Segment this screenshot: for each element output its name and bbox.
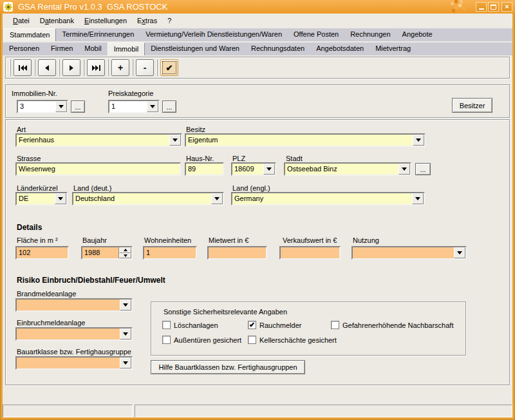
minimize-button[interactable] (476, 2, 487, 12)
laenderkuerzel-combobox[interactable]: DE (15, 192, 68, 205)
tab-vermietung-verleih[interactable]: Vermietung/Verleih Dienstleistungen/Ware… (140, 28, 288, 41)
besitz-dropdown-button[interactable] (413, 135, 424, 146)
besitz-combobox[interactable]: Eigentum (185, 133, 426, 147)
nav-previous-button[interactable] (38, 59, 56, 76)
tab-personen[interactable]: Personen (3, 43, 45, 55)
maximize-icon (491, 5, 496, 10)
tab-rechnungen[interactable]: Rechnungen (344, 28, 396, 41)
plz-combobox[interactable]: 18609 (231, 162, 276, 176)
tab-mobil[interactable]: Mobil (79, 43, 107, 55)
nutzung-combobox[interactable] (351, 246, 467, 260)
menu-datenbank[interactable]: Datenbank (35, 15, 79, 26)
tab-mietvertrag[interactable]: Mietvertrag (370, 43, 417, 55)
stadt-browse-button[interactable]: ... (415, 163, 431, 175)
menu-help[interactable]: ? (162, 15, 176, 26)
stadt-dropdown-button[interactable] (398, 164, 410, 175)
tab-firmen[interactable]: Firmen (45, 43, 79, 55)
checkbox-label[interactable]: Außentüren gesichert (171, 336, 241, 344)
immobilien-nr-browse-button[interactable]: ... (71, 100, 85, 113)
primary-tabstrip: Stammdaten Termine/Errinnerungen Vermiet… (3, 28, 512, 41)
flaeche-label: Fläche in m ² (17, 236, 58, 244)
tab-stammdaten[interactable]: Stammdaten (3, 28, 56, 41)
close-icon: × (505, 3, 509, 10)
art-combobox[interactable]: Ferienhaus (15, 133, 182, 147)
immobilien-nr-dropdown-button[interactable] (55, 101, 67, 112)
nav-next-button[interactable] (62, 59, 80, 76)
menu-einstellungen[interactable]: Einstellungen (79, 15, 132, 26)
checkbox-box[interactable] (331, 321, 339, 329)
wohneinheiten-input[interactable]: 1 (143, 246, 197, 260)
checkbox-box[interactable] (162, 321, 171, 329)
menu-extras[interactable]: Extras (132, 15, 162, 26)
spin-up-button[interactable] (119, 247, 131, 253)
mietwert-input[interactable] (207, 246, 267, 260)
chevron-down-icon (402, 167, 407, 171)
nav-last-button[interactable] (87, 59, 105, 76)
laenderkuerzel-dropdown-button[interactable] (55, 193, 66, 204)
add-record-button[interactable]: + (111, 59, 129, 76)
chevron-down-icon (124, 254, 127, 257)
verkaufswert-input[interactable] (279, 246, 341, 260)
bauartklasse-dropdown-button[interactable] (120, 358, 131, 368)
minus-icon: - (144, 62, 147, 73)
preiskategorie-browse-button[interactable]: ... (162, 100, 176, 113)
checkbox-box[interactable]: ✔ (248, 321, 256, 329)
window-controls: × (474, 2, 512, 12)
app-icon[interactable] (3, 2, 13, 12)
checkbox-aussentueren-gesichert[interactable]: Außentüren gesichert (162, 336, 241, 344)
delete-record-button[interactable]: - (136, 59, 154, 76)
einbruchmeldeanlage-label: Einbruchmeldeanlage (17, 319, 85, 327)
strasse-input[interactable]: Wiesenweg (15, 162, 181, 176)
tab-dienstleistungen-waren[interactable]: Dienstleistungen und Waren (145, 43, 245, 55)
einbruchmeldeanlage-combobox[interactable] (15, 327, 133, 341)
einbruchmeldeanlage-dropdown-button[interactable] (120, 329, 131, 339)
tab-offene-posten[interactable]: Offene Posten (288, 28, 344, 41)
tab-angebotsdaten[interactable]: Angebotsdaten (310, 43, 370, 55)
checkbox-label[interactable]: Gefahrenerhöhende Nachbarschaft (339, 321, 453, 329)
menu-datei[interactable]: Datei (8, 15, 35, 26)
checkbox-label[interactable]: Kellerschächte gesichert (256, 336, 337, 344)
tab-rechnungsdaten[interactable]: Rechnungsdaten (245, 43, 310, 55)
stadt-combobox[interactable]: Ostseebad Binz (284, 162, 411, 176)
checkbox-loeschanlagen[interactable]: Löschanlagen (162, 321, 218, 329)
close-button[interactable]: × (501, 2, 512, 12)
land-deut-combobox[interactable]: Deutschland (72, 192, 224, 205)
wohneinheiten-value: 1 (144, 247, 196, 258)
checkbox-kellerschaechte-gesichert[interactable]: Kellerschächte gesichert (248, 336, 337, 344)
spin-down-button[interactable] (119, 253, 131, 259)
baujahr-input[interactable]: 1988 (81, 246, 133, 260)
nutzung-dropdown-button[interactable] (454, 247, 465, 258)
checkbox-label[interactable]: Rauchmelder (256, 321, 301, 329)
plz-dropdown-button[interactable] (263, 164, 275, 175)
checkbox-box[interactable] (248, 336, 256, 344)
besitzer-button[interactable]: Besitzer (452, 98, 492, 113)
checkbox-gefahrenerhoehende-nachbarschaft[interactable]: Gefahrenerhöhende Nachbarschaft (331, 321, 453, 329)
confirm-record-button[interactable]: ✔ (160, 59, 178, 76)
land-deut-dropdown-button[interactable] (211, 193, 223, 204)
chevron-down-icon (123, 332, 128, 336)
brandmeldeanlage-combobox[interactable] (15, 298, 133, 312)
haus-nr-input[interactable]: 89 (185, 162, 224, 176)
maximize-button[interactable] (488, 2, 499, 12)
checkbox-box[interactable] (162, 336, 171, 344)
land-engl-combobox[interactable]: Germany (231, 192, 425, 205)
chevron-down-icon (123, 303, 128, 307)
tab-angebote[interactable]: Angebote (397, 28, 438, 41)
preiskategorie-dropdown-button[interactable] (147, 101, 158, 112)
art-dropdown-button[interactable] (169, 135, 181, 146)
bauartklasse-combobox[interactable] (15, 356, 133, 370)
risiko-heading: Risiko Einbruch/Diebstahl/Feuer/Umwelt (17, 276, 165, 285)
hilfe-bauartklassen-button[interactable]: Hilfe Bauartklassen bzw. Fertighausgrupp… (151, 360, 305, 374)
preiskategorie-combobox[interactable]: 1 (108, 100, 160, 113)
nav-first-button[interactable] (14, 59, 32, 76)
immobilien-nr-combobox[interactable]: 3 (17, 100, 68, 113)
toolbar-grip (59, 59, 60, 76)
flaeche-input[interactable]: 102 (15, 246, 69, 260)
tab-immobil[interactable]: Immobil (108, 43, 145, 55)
chevron-down-icon (457, 251, 462, 254)
land-engl-dropdown-button[interactable] (412, 193, 424, 204)
checkbox-label[interactable]: Löschanlagen (171, 321, 218, 329)
brandmeldeanlage-dropdown-button[interactable] (120, 300, 131, 310)
checkbox-rauchmelder[interactable]: ✔ Rauchmelder (248, 321, 301, 329)
tab-termine-errinnerungen[interactable]: Termine/Errinnerungen (56, 28, 140, 41)
